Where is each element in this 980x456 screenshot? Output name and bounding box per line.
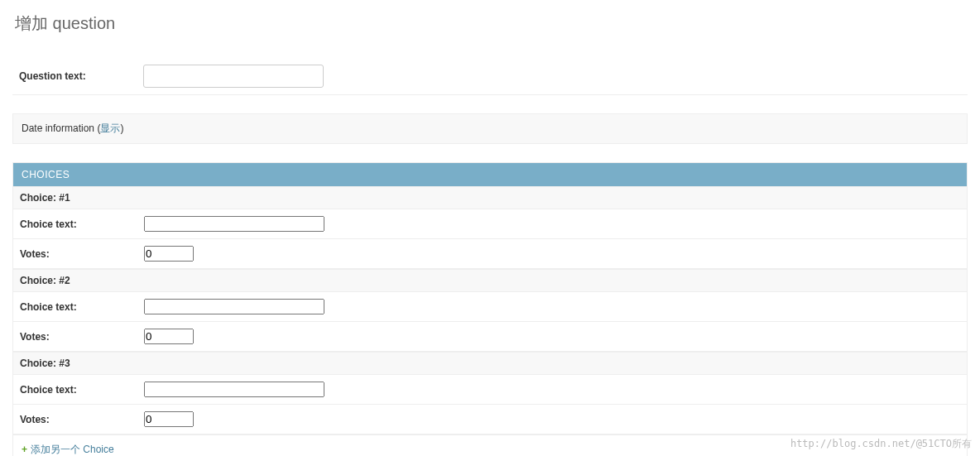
choice-3-header: Choice: #3 <box>13 352 967 375</box>
choice-1-text-input[interactable] <box>144 216 324 232</box>
choice-1-text-row: Choice text: <box>13 209 967 239</box>
question-text-label: Question text: <box>19 70 143 82</box>
choice-2-header: Choice: #2 <box>13 269 967 292</box>
choice-2-text-row: Choice text: <box>13 292 967 322</box>
choice-3-votes-input[interactable] <box>144 411 194 427</box>
add-another-choice-row: +添加另一个 Choice <box>13 434 967 456</box>
date-information-paren-close: ) <box>120 122 123 134</box>
choice-1-header: Choice: #1 <box>13 186 967 209</box>
date-information-fieldset: Date information (显示) <box>12 113 968 144</box>
add-another-choice-label: 添加另一个 Choice <box>31 444 114 455</box>
question-text-input[interactable] <box>143 65 324 88</box>
choice-1-votes-label: Votes: <box>20 248 144 260</box>
choices-header: CHOICES <box>13 163 967 186</box>
choice-3-text-input[interactable] <box>144 382 324 397</box>
plus-icon: + <box>22 444 27 455</box>
choice-2-text-label: Choice text: <box>20 301 144 313</box>
choice-3-votes-row: Votes: <box>13 405 967 434</box>
choice-2-votes-label: Votes: <box>20 331 144 343</box>
choice-1-text-label: Choice text: <box>20 218 144 230</box>
choice-3-text-label: Choice text: <box>20 384 144 396</box>
date-information-toggle-link[interactable]: 显示 <box>100 122 120 134</box>
choice-2-votes-row: Votes: <box>13 322 967 352</box>
date-information-label: Date information <box>22 122 94 134</box>
choice-2-text-input[interactable] <box>144 299 324 314</box>
add-another-choice-link[interactable]: +添加另一个 Choice <box>22 444 114 455</box>
choice-1-votes-input[interactable] <box>144 246 194 262</box>
choice-3-text-row: Choice text: <box>13 375 967 405</box>
choice-1-votes-row: Votes: <box>13 239 967 269</box>
choices-inline-group: CHOICES Choice: #1 Choice text: Votes: C… <box>12 162 968 456</box>
question-text-row: Question text: <box>12 58 968 95</box>
page-title: 增加 question <box>12 12 968 35</box>
choice-2-votes-input[interactable] <box>144 329 194 344</box>
choice-3-votes-label: Votes: <box>20 414 144 425</box>
